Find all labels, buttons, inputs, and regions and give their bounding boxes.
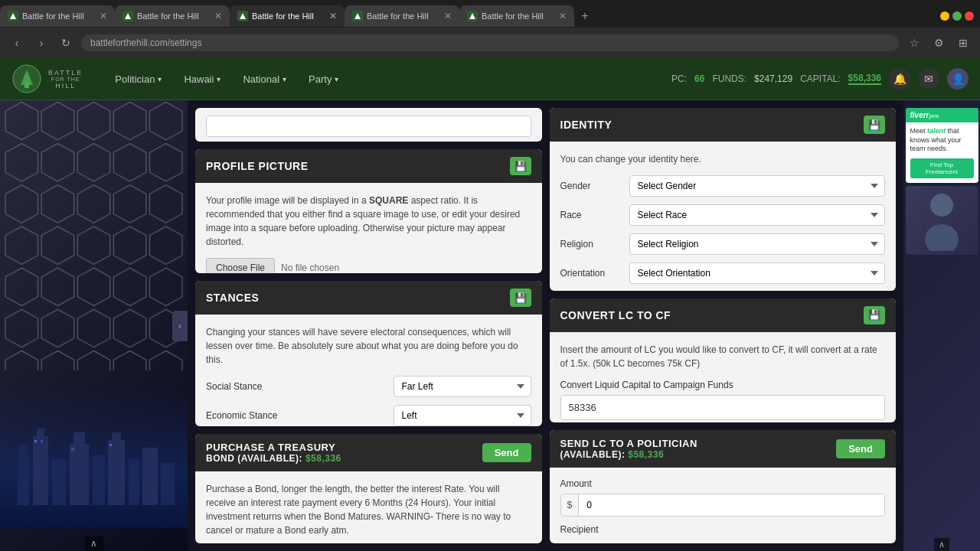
economic-stance-row: Economic Stance Far Left Left Center-Lef… [206, 405, 531, 426]
minimize-button[interactable] [940, 11, 949, 21]
svg-marker-4 [469, 13, 475, 19]
convert-body: Insert the amount of LC you would like t… [550, 332, 897, 423]
tab-title-4: Battle for the Hill [367, 11, 429, 21]
notifications-button[interactable]: 🔔 [889, 68, 910, 90]
profile-picture-save-button[interactable]: 💾 [510, 157, 531, 175]
fiverr-header: fiverrpro [906, 108, 978, 122]
url-bar[interactable]: battleforthehill.com/settings [81, 34, 899, 51]
orientation-select[interactable]: Select Orientation Straight Gay Bisexual [629, 262, 886, 284]
svg-rect-24 [41, 440, 43, 442]
file-input-row: Choose File No file chosen [206, 258, 531, 273]
sidebar-collapse-button[interactable]: ‹ [172, 311, 188, 341]
tab-close-4[interactable]: ✕ [444, 11, 452, 21]
orientation-row: Orientation Select Orientation Straight … [560, 262, 886, 284]
browser-chrome: Battle for the Hill ✕ Battle for the Hil… [0, 0, 980, 58]
ad-scroll-button[interactable]: ∧ [934, 538, 949, 551]
back-button[interactable]: ‹ [8, 34, 26, 52]
identity-save-button[interactable]: 💾 [864, 116, 885, 134]
profile-icon[interactable]: ⚙ [929, 34, 948, 52]
party-arrow: ▾ [335, 75, 338, 83]
recipient-label: Recipient [560, 524, 886, 535]
fiverr-person-image [906, 186, 978, 255]
tab-3[interactable]: Battle for the Hill ✕ [230, 5, 345, 27]
tab-title-2: Battle for the Hill [137, 11, 199, 21]
nav-party[interactable]: Party ▾ [299, 69, 348, 90]
maximize-button[interactable] [952, 11, 962, 21]
bookmark-icon[interactable]: ☆ [905, 34, 923, 52]
religion-select[interactable]: Select Religion Christian Muslim Jewish … [629, 233, 886, 255]
tab-close-3[interactable]: ✕ [329, 11, 337, 21]
extensions-icon[interactable]: ⊞ [954, 34, 972, 52]
send-lc-send-button[interactable]: Send [836, 439, 885, 458]
amount-input[interactable] [579, 494, 884, 516]
forward-button[interactable]: › [32, 34, 51, 52]
economic-stance-select[interactable]: Far Left Left Center-Left Center Center-… [394, 405, 531, 426]
convert-input[interactable] [560, 395, 886, 420]
messages-button[interactable]: ✉ [918, 68, 939, 90]
no-file-text: No file chosen [281, 262, 339, 273]
svg-rect-15 [70, 444, 89, 505]
choose-file-button[interactable]: Choose File [206, 258, 275, 273]
capital-label: CAPITAL: [800, 73, 840, 84]
tab-favicon-2 [122, 11, 133, 21]
nav-national[interactable]: National ▾ [234, 69, 296, 90]
svg-rect-12 [33, 436, 48, 505]
bond-description: Purchase a Bond, longer the length, the … [206, 482, 531, 537]
city-silhouette [10, 429, 178, 505]
nav-hawaii[interactable]: Hawaii ▾ [175, 69, 230, 90]
economic-stance-label: Economic Stance [206, 410, 277, 421]
svg-rect-13 [37, 429, 44, 436]
close-button[interactable] [965, 11, 974, 21]
convert-card: CONVERT LC TO CF 💾 Insert the amount of … [550, 298, 897, 423]
profile-picture-header: PROFILE PICTURE 💾 [195, 149, 542, 183]
bond-header: PURCHASE A TREASURY BOND (AVAILABLE): $5… [195, 434, 542, 471]
tab-5[interactable]: Battle for the Hill ✕ [459, 5, 574, 27]
social-stance-select[interactable]: Far Left Left Center-Left Center Center-… [394, 376, 531, 397]
tab-2[interactable]: Battle for the Hill ✕ [115, 5, 230, 27]
svg-rect-9 [4, 100, 185, 370]
top-input-field[interactable] [206, 116, 531, 137]
hex-pattern [0, 100, 188, 370]
fiverr-cta-button[interactable]: Find Top Freelancers [910, 158, 974, 178]
social-stance-label: Social Stance [206, 381, 262, 392]
pc-label: PC: [671, 73, 687, 84]
scroll-up-button[interactable]: ∧ [84, 536, 103, 551]
reload-button[interactable]: ↻ [57, 34, 75, 52]
content-area: PROFILE PICTURE 💾 Your profile image wil… [188, 100, 903, 551]
nav-politician[interactable]: Politician ▾ [106, 69, 171, 90]
nav-right: PC: 66 FUNDS: $247,129 CAPITAL: $58,336 … [671, 68, 969, 90]
stances-save-button[interactable]: 💾 [510, 289, 531, 307]
tab-4[interactable]: Battle for the Hill ✕ [345, 5, 459, 27]
convert-header: CONVERT LC TO CF 💾 [550, 298, 897, 332]
identity-header: IDENTITY 💾 [550, 108, 897, 142]
race-select[interactable]: Select Race White Black Hispanic Asian [629, 204, 886, 226]
tab-close-5[interactable]: ✕ [559, 11, 567, 21]
logo-text: BATTLE FOR THE HILL [48, 69, 83, 90]
tab-title-5: Battle for the Hill [482, 11, 544, 21]
ad-sidebar: fiverrpro Meet talent that knows what yo… [903, 100, 980, 551]
tab-favicon-4 [352, 11, 363, 21]
svg-rect-19 [112, 432, 121, 440]
profile-picture-title: PROFILE PICTURE [206, 160, 309, 172]
svg-marker-1 [125, 13, 131, 19]
tab-close-1[interactable]: ✕ [100, 11, 107, 21]
convert-save-button[interactable]: 💾 [864, 306, 885, 324]
amount-input-row: $ [560, 494, 886, 517]
sidebar-image: ‹ ∧ [0, 100, 188, 551]
convert-description: Insert the amount of LC you would like t… [560, 343, 886, 370]
capital-value: $58,336 [848, 73, 881, 85]
social-stance-row: Social Stance Far Left Left Center-Left … [206, 376, 531, 397]
tab-1[interactable]: Battle for the Hill ✕ [0, 5, 115, 27]
identity-title: IDENTITY [560, 119, 612, 131]
ad-content: fiverrpro Meet talent that knows what yo… [903, 100, 980, 551]
send-lc-header: SEND LC TO A POLITICIAN (AVAILABLE): $58… [550, 430, 897, 468]
gender-select[interactable]: Select Gender Male Female Non-binary [629, 175, 886, 197]
politician-arrow: ▾ [158, 75, 162, 83]
bond-send-button[interactable]: Send [482, 443, 531, 462]
svg-marker-0 [10, 13, 16, 19]
convert-title: CONVERT LC TO CF [560, 309, 671, 321]
new-tab-button[interactable]: + [574, 5, 596, 27]
tab-close-2[interactable]: ✕ [214, 11, 222, 21]
user-avatar[interactable]: 👤 [947, 68, 969, 90]
send-lc-card: SEND LC TO A POLITICIAN (AVAILABLE): $58… [550, 430, 897, 543]
